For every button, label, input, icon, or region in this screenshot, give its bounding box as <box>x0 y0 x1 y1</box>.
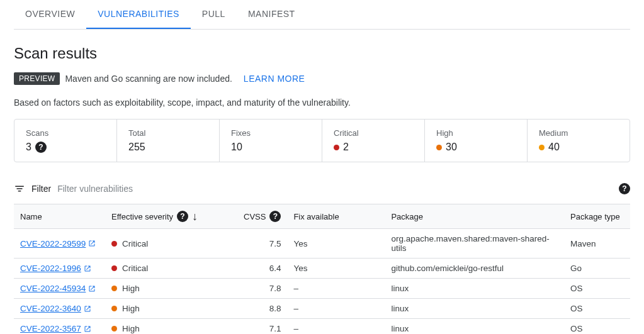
stat-label: High <box>436 128 516 138</box>
tabs: OVERVIEWVULNERABILITIESPULLMANIFEST <box>14 0 630 30</box>
filter-input[interactable] <box>57 182 613 195</box>
col-package[interactable]: Package <box>385 204 564 229</box>
package-cell: linux <box>385 279 564 299</box>
high-dot-icon <box>111 286 117 291</box>
external-link-icon <box>84 325 91 333</box>
cvss-cell: 8.8 <box>237 299 287 319</box>
fix-cell: – <box>287 299 385 319</box>
table-row: CVE-2022-3640High8.8–linuxOS <box>14 299 630 319</box>
help-icon[interactable]: ? <box>269 211 281 222</box>
table-row: CVE-2022-1996Critical6.4Yesgithub.com/em… <box>14 259 630 279</box>
stat-label: Critical <box>334 128 413 138</box>
cvss-cell: 7.5 <box>237 229 287 259</box>
fix-cell: Yes <box>287 229 385 259</box>
severity-cell: High <box>111 284 140 293</box>
package-type-cell: OS <box>564 319 630 335</box>
stat-value: 3 ? <box>26 142 105 153</box>
external-link-icon <box>84 305 91 313</box>
col-fix[interactable]: Fix available <box>287 204 385 229</box>
tab-pull[interactable]: PULL <box>191 0 237 29</box>
table-row: CVE-2022-29599Critical7.5Yesorg.apache.m… <box>14 229 630 259</box>
cve-link[interactable]: CVE-2022-45934 <box>20 284 96 293</box>
table-row: CVE-2022-45934High7.8–linuxOS <box>14 279 630 299</box>
tab-vulnerabilities[interactable]: VULNERABILITIES <box>86 0 191 29</box>
learn-more-link[interactable]: LEARN MORE <box>244 74 305 84</box>
cvss-cell: 6.4 <box>237 259 287 279</box>
cvss-cell: 7.8 <box>237 279 287 299</box>
col-severity[interactable]: Effective severity ? ↓ <box>105 204 237 229</box>
medium-dot-icon <box>539 145 545 150</box>
stat-value: 10 <box>231 142 310 153</box>
severity-cell: High <box>111 324 140 333</box>
cve-link[interactable]: CVE-2022-29599 <box>20 239 96 248</box>
filter-label: Filter <box>31 184 51 194</box>
severity-cell: Critical <box>111 239 148 248</box>
tab-overview[interactable]: OVERVIEW <box>14 0 86 29</box>
stat-value: 2 <box>334 142 413 153</box>
stat-scans: Scans 3 ? <box>14 120 117 162</box>
help-icon[interactable]: ? <box>619 183 630 194</box>
stat-value: 40 <box>539 142 618 153</box>
stat-label: Scans <box>26 128 105 138</box>
stat-high: High 30 <box>425 120 528 162</box>
preview-banner: PREVIEW Maven and Go scanning are now in… <box>14 72 630 85</box>
stat-critical: Critical 2 <box>322 120 425 162</box>
external-link-icon <box>84 265 91 272</box>
stat-label: Fixes <box>231 128 310 138</box>
package-cell: linux <box>385 319 564 335</box>
high-dot-icon <box>436 145 442 150</box>
filter-row: Filter ? <box>14 177 630 204</box>
cve-link[interactable]: CVE-2022-3640 <box>20 304 91 313</box>
help-icon[interactable]: ? <box>177 211 188 222</box>
preview-text: Maven and Go scanning are now included. <box>65 74 232 84</box>
sort-arrow-down-icon[interactable]: ↓ <box>192 211 198 222</box>
description: Based on factors such as exploitability,… <box>14 97 630 108</box>
high-dot-icon <box>111 326 117 331</box>
cve-link[interactable]: CVE-2022-3567 <box>20 324 91 333</box>
fix-cell: Yes <box>287 259 385 279</box>
stat-value: 30 <box>436 142 516 153</box>
cve-link[interactable]: CVE-2022-1996 <box>20 264 91 273</box>
package-type-cell: Maven <box>564 229 630 259</box>
severity-cell: Critical <box>111 264 148 273</box>
fix-cell: – <box>287 319 385 335</box>
package-type-cell: Go <box>564 259 630 279</box>
cvss-cell: 7.1 <box>237 319 287 335</box>
vulnerabilities-table: Name Effective severity ? ↓ CVSS ? Fix a… <box>14 204 630 334</box>
tab-manifest[interactable]: MANIFEST <box>237 0 307 29</box>
package-cell: github.com/emicklei/go-restful <box>385 259 564 279</box>
stats-box: Scans 3 ? Total 255 Fixes 10 Critical 2 … <box>14 119 630 162</box>
high-dot-icon <box>111 306 117 311</box>
stat-fixes: Fixes 10 <box>220 120 322 162</box>
page-title: Scan results <box>14 45 630 62</box>
stat-total: Total 255 <box>117 120 220 162</box>
critical-dot-icon <box>334 145 339 150</box>
package-cell: linux <box>385 299 564 319</box>
critical-dot-icon <box>111 241 117 247</box>
critical-dot-icon <box>111 265 117 271</box>
package-cell: org.apache.maven.shared:maven-shared-uti… <box>385 229 564 259</box>
stat-medium: Medium 40 <box>528 120 630 162</box>
external-link-icon <box>88 285 96 292</box>
preview-chip: PREVIEW <box>14 72 60 85</box>
stat-label: Total <box>128 128 208 138</box>
stat-label: Medium <box>539 128 618 138</box>
severity-cell: High <box>111 304 140 313</box>
package-type-cell: OS <box>564 279 630 299</box>
help-icon[interactable]: ? <box>35 142 47 153</box>
external-link-icon <box>88 240 96 247</box>
col-name[interactable]: Name <box>14 204 105 229</box>
fix-cell: – <box>287 279 385 299</box>
filter-icon[interactable] <box>14 183 25 194</box>
table-row: CVE-2022-3567High7.1–linuxOS <box>14 319 630 335</box>
package-type-cell: OS <box>564 299 630 319</box>
stat-value: 255 <box>128 142 208 153</box>
col-cvss[interactable]: CVSS ? <box>237 204 287 229</box>
col-package-type[interactable]: Package type <box>564 204 630 229</box>
